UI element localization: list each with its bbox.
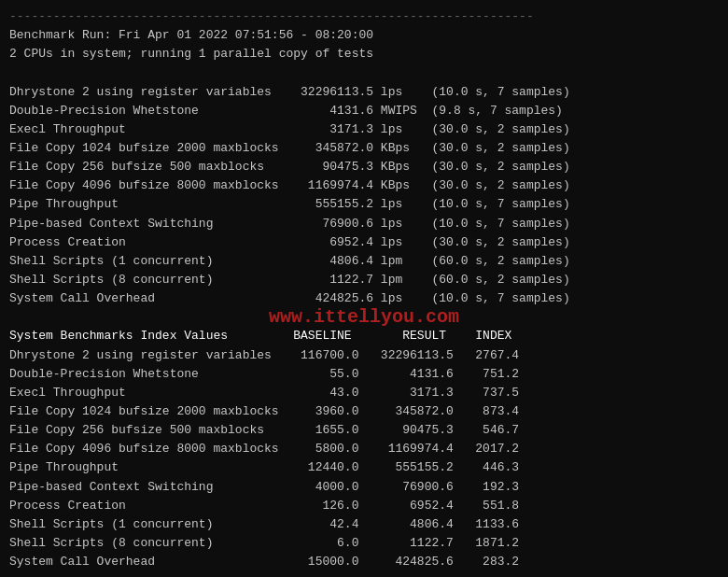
benchmark-row: File Copy 256 bufsize 500 maxblocks 9047… (9, 158, 719, 176)
content-area: ----------------------------------------… (9, 7, 719, 577)
index-row: Process Creation 126.0 6952.4 551.8 (9, 497, 719, 515)
benchmark-row: Pipe Throughput 555155.2 lps (10.0 s, 7 … (9, 195, 719, 214)
benchmark-row: Pipe-based Context Switching 76900.6 lps… (9, 215, 719, 233)
index-row: File Copy 1024 bufsize 2000 maxblocks 39… (9, 402, 719, 421)
index-row: Execl Throughput 43.0 3171.3 737.5 (9, 384, 719, 402)
index-row: System Call Overhead 15000.0 424825.6 28… (9, 553, 719, 571)
blank1 (9, 63, 719, 82)
index-row: Shell Scripts (8 concurrent) 6.0 1122.7 … (9, 534, 719, 553)
benchmark-row: Dhrystone 2 using register variables 322… (9, 83, 719, 102)
benchmark-results: Dhrystone 2 using register variables 322… (9, 83, 719, 309)
index-header: System Benchmarks Index Values BASELINE … (9, 327, 719, 345)
index-row: File Copy 256 bufsize 500 maxblocks 1655… (9, 421, 719, 440)
top-separator: ----------------------------------------… (9, 7, 719, 26)
terminal-window: ----------------------------------------… (0, 0, 728, 577)
benchmark-header-line2: 2 CPUs in system; running 1 parallel cop… (9, 45, 719, 63)
index-row: Pipe Throughput 12440.0 555155.2 446.3 (9, 458, 719, 477)
equals-line: ======== (9, 571, 719, 577)
index-row: Pipe-based Context Switching 4000.0 7690… (9, 478, 719, 497)
benchmark-row: Shell Scripts (1 concurrent) 4806.4 lpm … (9, 252, 719, 271)
benchmark-header-line1: Benchmark Run: Fri Apr 01 2022 07:51:56 … (9, 26, 719, 45)
benchmark-row: Shell Scripts (8 concurrent) 1122.7 lpm … (9, 271, 719, 289)
index-row: File Copy 4096 bufsize 8000 maxblocks 58… (9, 440, 719, 458)
index-row: Double-Precision Whetstone 55.0 4131.6 7… (9, 365, 719, 384)
benchmark-row: Process Creation 6952.4 lps (30.0 s, 2 s… (9, 233, 719, 252)
index-rows: Dhrystone 2 using register variables 116… (9, 346, 719, 572)
watermark: www.ittellyou.com (269, 306, 459, 328)
benchmark-row: Double-Precision Whetstone 4131.6 MWIPS … (9, 102, 719, 120)
benchmark-row: Execl Throughput 3171.3 lps (30.0 s, 2 s… (9, 120, 719, 139)
benchmark-row: File Copy 1024 bufsize 2000 maxblocks 34… (9, 139, 719, 158)
index-row: Shell Scripts (1 concurrent) 42.4 4806.4… (9, 515, 719, 534)
benchmark-row: File Copy 4096 bufsize 8000 maxblocks 11… (9, 176, 719, 195)
index-row: Dhrystone 2 using register variables 116… (9, 346, 719, 365)
